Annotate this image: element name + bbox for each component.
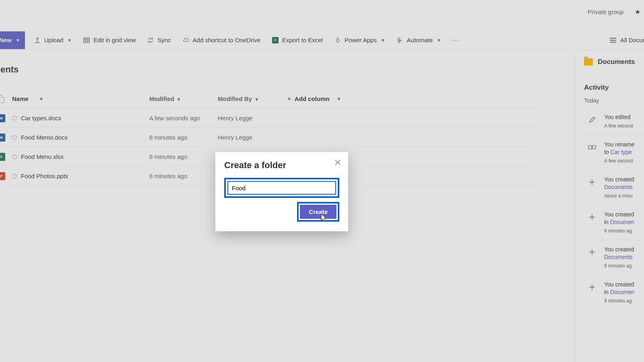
dialog-title: Create a folder	[224, 160, 339, 171]
folder-name-highlight	[224, 178, 339, 198]
create-button[interactable]: Create	[300, 205, 336, 219]
create-folder-dialog: Create a folder Create	[215, 152, 348, 231]
close-button[interactable]	[334, 158, 342, 167]
folder-name-input[interactable]	[227, 181, 336, 195]
create-button-highlight: Create	[297, 202, 339, 222]
